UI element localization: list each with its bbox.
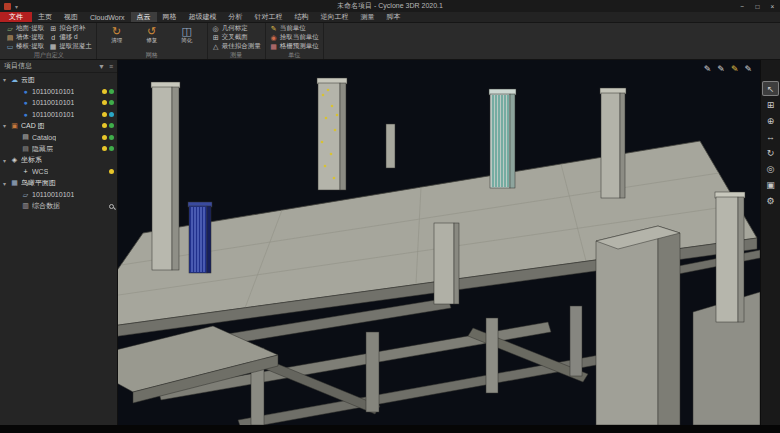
zoom-icon[interactable]: ⊕	[763, 114, 778, 127]
tree-item[interactable]: ▾☁云图	[0, 74, 117, 86]
annotate-pen-icon[interactable]: ✎	[731, 64, 739, 74]
menu-icon[interactable]: ≡	[109, 63, 113, 70]
viewport-3d[interactable]: ✎✎✎✎	[118, 60, 760, 425]
pick-unit-button[interactable]: ◉拾取当前单位	[270, 33, 319, 42]
tab-CloudWorx[interactable]: CloudWorx	[84, 12, 131, 22]
tree-item[interactable]: ●10110010101	[0, 86, 117, 98]
grid-unit-button[interactable]: ▦格栅预测单位	[270, 42, 319, 51]
ribbon-toolbar: ▱地面·提取▤墙体·提取▭楼板·提取⊞拟合切补d偏移 d▦提取混凝土用户自定义↻…	[0, 23, 780, 60]
tab-超级建模[interactable]: 超级建模	[183, 12, 223, 22]
offset-button[interactable]: d偏移 d	[49, 33, 92, 42]
status-dot	[109, 146, 114, 151]
view-face-icon[interactable]: ▣	[763, 178, 778, 191]
polyline-pen-icon[interactable]: ✎	[717, 64, 725, 74]
tree-item[interactable]: ●10110010101	[0, 109, 117, 121]
offset-icon: d	[49, 34, 57, 41]
building-model-svg	[118, 60, 760, 425]
close-button[interactable]: ×	[765, 0, 780, 12]
simplify-mesh-button[interactable]: ◫简化	[171, 24, 203, 44]
minimize-button[interactable]: −	[735, 0, 750, 12]
zoom-window-icon[interactable]: ⊞	[763, 98, 778, 111]
quick-access-icon[interactable]: ▾	[15, 3, 18, 10]
ribbon-button-label: 地面·提取	[16, 24, 44, 33]
current-unit-button[interactable]: ✎当前单位	[270, 24, 319, 33]
best-fit-button[interactable]: △最佳拟合测量	[212, 42, 261, 51]
tree-item[interactable]: +WCS	[0, 166, 117, 178]
tree-item-label: WCS	[32, 168, 48, 175]
maximize-button[interactable]: □	[750, 0, 765, 12]
ribbon-button-label: 最佳拟合测量	[222, 42, 261, 51]
tree-item-label: 综合数据	[32, 201, 60, 211]
tree-item[interactable]: ▤隐藏层	[0, 143, 117, 155]
tree-item[interactable]: ▾▣CAD 图	[0, 120, 117, 132]
tree-item-label: 鸟瞰平面图	[21, 178, 56, 188]
tree-item[interactable]: ▱10110010101	[0, 189, 117, 201]
tab-结构[interactable]: 结构	[289, 12, 315, 22]
concrete-extract-button[interactable]: ▦提取混凝土	[49, 42, 92, 51]
file-menu-button[interactable]: 文件	[0, 12, 32, 22]
tab-分析[interactable]: 分析	[223, 12, 249, 22]
ribbon-group-buttons: ✎当前单位◉拾取当前单位▦格栅预测单位	[270, 24, 319, 51]
center-view-icon[interactable]: ◎	[763, 162, 778, 175]
panel-title: 项目信息	[4, 61, 32, 71]
settings-icon[interactable]: ⚙	[763, 194, 778, 207]
tree-item-badges	[102, 112, 114, 117]
status-dot	[102, 146, 107, 151]
ground-extract-button[interactable]: ▱地面·提取	[6, 24, 44, 33]
status-dot	[109, 100, 114, 105]
ribbon-button-label: 偏移 d	[59, 33, 77, 42]
repair-mesh-button[interactable]: ↺修复	[136, 24, 168, 44]
cross-section-button[interactable]: ⊞交叉截面	[212, 33, 261, 42]
tree-item[interactable]: ▾▦鸟瞰平面图	[0, 178, 117, 190]
wcs-icon: +	[21, 168, 30, 175]
tab-逆向工程[interactable]: 逆向工程	[315, 12, 355, 22]
status-dot	[102, 123, 107, 128]
merge-patch-icon: ⊞	[49, 25, 57, 33]
tab-针对工程[interactable]: 针对工程	[249, 12, 289, 22]
plan-icon: ▱	[21, 191, 30, 199]
app-icon	[4, 3, 11, 10]
tab-网格[interactable]: 网格	[157, 12, 183, 22]
pan-icon[interactable]: ↔	[763, 130, 778, 143]
cad-group-icon: ▣	[10, 122, 19, 130]
wall-extract-button[interactable]: ▤墙体·提取	[6, 33, 44, 42]
filter-icon[interactable]: ▼	[98, 63, 105, 70]
geometry-target-button[interactable]: ◎几何标定	[212, 24, 261, 33]
tree-item[interactable]: ▥综合数据	[0, 201, 117, 213]
tab-测量[interactable]: 测量	[355, 12, 381, 22]
tree-item[interactable]: ▾◈坐标系	[0, 155, 117, 167]
slab-extract-button[interactable]: ▭楼板·提取	[6, 42, 44, 51]
tab-视图[interactable]: 视图	[58, 12, 84, 22]
cross-section-icon: ⊞	[212, 34, 220, 42]
status-dot	[109, 89, 114, 94]
tree-item-badges	[102, 89, 114, 94]
select-cursor-icon[interactable]: ↖	[763, 82, 778, 95]
tab-主页[interactable]: 主页	[32, 12, 58, 22]
tree-expand-arrow[interactable]: ▾	[3, 122, 10, 129]
tree-item-label: 10110010101	[32, 111, 74, 118]
pointcloud-icon: ●	[21, 88, 30, 95]
status-dot	[102, 89, 107, 94]
orbit-icon[interactable]: ↻	[763, 146, 778, 159]
ribbon-tab-row: 文件 主页视图CloudWorx点云网格超级建模分析针对工程结构逆向工程测量脚本	[0, 12, 780, 23]
ribbon-button-label: 修复	[146, 37, 157, 44]
tree-expand-arrow[interactable]: ▾	[3, 180, 10, 187]
erase-pen-icon[interactable]: ✎	[744, 64, 752, 74]
status-dot	[109, 123, 114, 128]
clean-mesh-button[interactable]: ↻清理	[101, 24, 133, 44]
tab-点云[interactable]: 点云	[131, 12, 157, 22]
ribbon-button-label: 格栅预测单位	[280, 42, 319, 51]
merge-patch-button[interactable]: ⊞拟合切补	[49, 24, 92, 33]
sketch-pen-icon[interactable]: ✎	[704, 64, 712, 74]
ribbon-button-label: 墙体·提取	[16, 33, 44, 42]
tree-item[interactable]: ●10110010101	[0, 97, 117, 109]
tree-item-label: Catalog	[32, 134, 56, 141]
tree-expand-arrow[interactable]: ▾	[3, 76, 10, 83]
data-icon: ▥	[21, 202, 30, 210]
ribbon-button-label: 当前单位	[280, 24, 306, 33]
tree-item-label: 10110010101	[32, 88, 74, 95]
tab-脚本[interactable]: 脚本	[381, 12, 407, 22]
tree-expand-arrow[interactable]: ▾	[3, 157, 10, 164]
wall-extract-icon: ▤	[6, 34, 14, 42]
tree-item[interactable]: ▤Catalog	[0, 132, 117, 144]
